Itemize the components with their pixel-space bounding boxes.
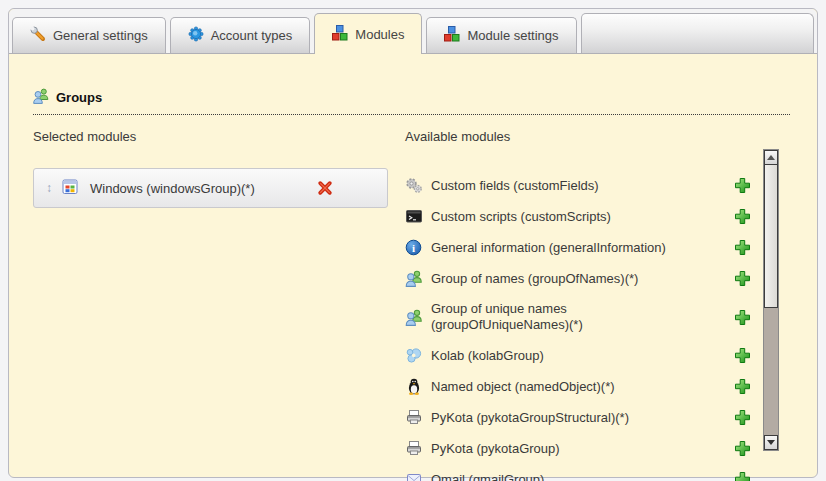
drag-handle-icon[interactable]: ↕ [46,181,52,195]
add-plus-icon[interactable] [734,440,751,457]
windows-icon [62,179,78,198]
settings-window: General settings Account types [8,8,818,478]
list-item-pykota: PyKota (pykotaGroup) [405,433,763,464]
tab-label: General settings [53,28,148,43]
tab-modules[interactable]: Modules [314,13,422,54]
module-label: Group of unique names(groupOfUniqueNames… [431,301,703,333]
groups-icon [405,270,423,287]
printer-icon [405,409,423,426]
add-plus-icon[interactable] [734,270,751,287]
wrench-icon [30,26,46,45]
module-label: PyKota (pykotaGroupStructural)(*) [431,410,703,426]
list-item-group-of-unique-names: Group of unique names(groupOfUniqueNames… [405,294,763,340]
info-icon: i [405,239,423,256]
add-plus-icon[interactable] [734,239,751,256]
blue-gear-icon [188,26,204,45]
add-plus-icon[interactable] [734,471,751,481]
tab-module-settings[interactable]: Module settings [426,17,576,53]
scrollbar-down-button[interactable] [764,435,778,450]
envelope-icon [405,471,423,481]
add-plus-icon[interactable] [734,409,751,426]
available-modules-column: Available modules Custom fi [405,129,779,481]
printer-icon [405,440,423,457]
selected-modules-heading: Selected modules [33,129,405,145]
available-modules-heading: Available modules [405,129,763,145]
tab-label: Module settings [467,28,558,43]
module-label: General information (generalInformation) [431,240,703,256]
scrollbar-up-button[interactable] [764,150,778,165]
kolab-icon [405,347,423,364]
add-plus-icon[interactable] [734,378,751,395]
add-plus-icon[interactable] [734,347,751,364]
arrow-down-icon [767,440,775,445]
section-heading-groups: Groups [33,88,790,115]
tab-label: Modules [355,27,404,42]
groups-icon [33,88,49,107]
add-plus-icon[interactable] [734,177,751,194]
scrollbar-track[interactable] [764,308,778,435]
selected-modules-column: Selected modules ↕ Windows (windowsGroup… [33,129,405,481]
selected-module-label: Windows (windowsGroup)(*) [90,181,255,196]
penguin-icon [405,378,423,395]
list-item-group-of-names: Group of names (groupOfNames)(*) [405,263,763,294]
modules-columns: Selected modules ↕ Windows (windowsGroup… [33,129,779,481]
tab-general-settings[interactable]: General settings [12,17,166,53]
tab-account-types[interactable]: Account types [170,17,311,53]
list-item-custom-scripts: Custom scripts (customScripts) [405,201,763,232]
selected-module-row[interactable]: ↕ Windows (windowsGroup)(*) [33,168,388,208]
cubes-icon [444,26,460,45]
module-label: Custom scripts (customScripts) [431,209,703,225]
tab-bar: General settings Account types [9,9,817,54]
module-label: PyKota (pykotaGroup) [431,441,703,457]
list-item-pykota-structural: PyKota (pykotaGroupStructural)(*) [405,402,763,433]
tab-label: Account types [211,28,293,43]
module-label: Kolab (kolabGroup) [431,348,703,364]
list-item-general-information: i General information (generalInformatio… [405,232,763,263]
list-item-qmail: Qmail (qmailGroup) [405,464,763,481]
terminal-icon [405,208,423,225]
add-plus-icon[interactable] [734,309,751,326]
available-list-scrollbar[interactable] [763,149,779,451]
tab-bar-filler [581,13,814,53]
list-item-custom-fields: Custom fields (customFields) [405,170,763,201]
module-label: Group of names (groupOfNames)(*) [431,271,703,287]
gears-icon [405,177,423,194]
scrollbar-thumb[interactable] [764,165,778,308]
add-plus-icon[interactable] [734,208,751,225]
module-label: Named object (namedObject)(*) [431,379,703,395]
list-item-kolab: Kolab (kolabGroup) [405,340,763,371]
module-label: Qmail (qmailGroup) [431,472,703,481]
list-item-named-object: Named object (namedObject)(*) [405,371,763,402]
section-title: Groups [56,90,102,105]
delete-x-icon[interactable] [317,180,333,196]
cubes-icon [332,25,348,44]
module-label: Custom fields (customFields) [431,178,703,194]
arrow-up-icon [767,155,775,160]
groups-icon [405,309,423,326]
available-modules-list: Custom fields (customFields) [405,170,763,481]
svg-text:i: i [412,242,415,254]
